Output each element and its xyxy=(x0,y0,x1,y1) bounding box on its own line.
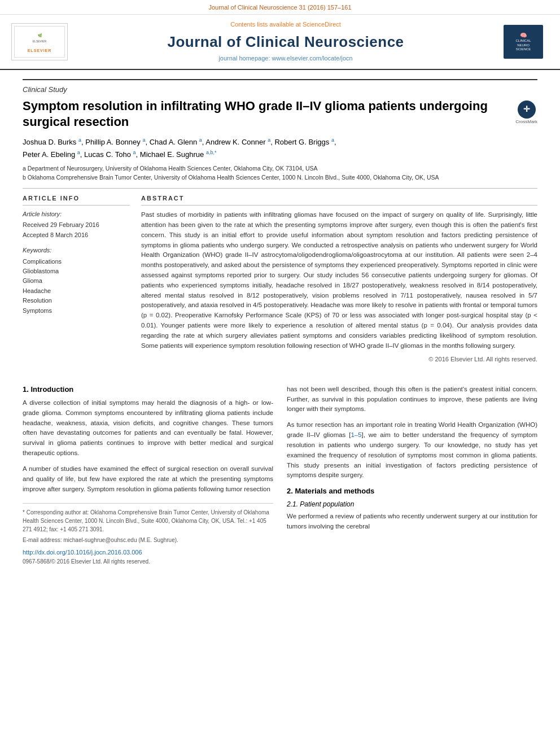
article-affiliations: a Department of Neurosurgery, University… xyxy=(23,164,537,182)
keyword-resolution: Resolution xyxy=(23,296,130,305)
doi-line: http://dx.doi.org/10.1016/j.jocn.2016.03… xyxy=(23,548,273,557)
crossmark-area: ✛ CrossMark xyxy=(515,101,537,125)
elsevier-logo: 🌿 ELSEVIER ELSEVIER xyxy=(11,23,68,60)
abstract-text: Past studies of morbidity in patients wi… xyxy=(141,210,537,351)
section2-text: We performed a review of patients who re… xyxy=(287,512,537,532)
section1-p4: As tumor resection has an important role… xyxy=(287,420,537,480)
article-info-column: ARTICLE INFO Article history: Received 2… xyxy=(23,194,130,364)
section1-p2: A number of studies have examined the ef… xyxy=(23,464,273,494)
keywords-label: Keywords: xyxy=(23,246,130,255)
keyword-complications: Complications xyxy=(23,257,130,266)
article-received: Received 29 February 2016 xyxy=(23,221,130,229)
elsevier-emblem-icon: 🌿 ELSEVIER xyxy=(23,30,56,47)
journal-top-bar: Journal of Clinical Neuroscience 31 (201… xyxy=(0,0,560,15)
article-section-label: Clinical Study xyxy=(23,79,537,95)
journal-header: 🌿 ELSEVIER ELSEVIER Contents lists avail… xyxy=(0,15,560,69)
journal-homepage: journal homepage: www.elsevier.com/locat… xyxy=(68,54,504,63)
issn-line: 0967-5868/© 2016 Elsevier Ltd. All right… xyxy=(23,557,273,566)
section2-heading: 2. Materials and methods xyxy=(287,486,537,496)
crossmark-label: CrossMark xyxy=(515,119,537,125)
keyword-symptoms: Symptoms xyxy=(23,307,130,315)
keyword-glioma: Glioma xyxy=(23,277,130,285)
keywords-section: Keywords: Complications Glioblastoma Gli… xyxy=(23,246,130,315)
article-accepted: Accepted 8 March 2016 xyxy=(23,231,130,239)
sciencedirect-info: Contents lists available at ScienceDirec… xyxy=(68,20,504,29)
elsevier-text: ELSEVIER xyxy=(17,48,62,54)
svg-rect-0 xyxy=(23,30,56,47)
section1-p1: A diverse collection of initial symptoms… xyxy=(23,398,273,458)
divider xyxy=(23,188,537,189)
article-title-area: Symptom resolution in infiltrating WHO g… xyxy=(23,98,537,136)
article-info-abstract: ARTICLE INFO Article history: Received 2… xyxy=(23,194,537,364)
journal-logo-icon: 🧠 CLINICAL NEURO SCIENCE xyxy=(504,25,543,59)
corresponding-note: * Corresponding author at: Oklahoma Comp… xyxy=(23,508,273,534)
keyword-headache: Headache xyxy=(23,287,130,295)
article-info-heading: ARTICLE INFO xyxy=(23,194,130,206)
journal-title: Journal of Clinical Neuroscience xyxy=(68,32,504,52)
body-columns: 1. Introduction A diverse collection of … xyxy=(23,385,537,566)
abstract-heading: ABSTRACT xyxy=(141,194,537,206)
footnote-area: * Corresponding author at: Oklahoma Comp… xyxy=(23,503,273,566)
keyword-glioblastoma: Glioblastoma xyxy=(23,267,130,276)
body-right-column: has not been well described, though this… xyxy=(287,385,537,566)
article-title: Symptom resolution in infiltrating WHO g… xyxy=(23,98,510,130)
body-left-column: 1. Introduction A diverse collection of … xyxy=(23,385,273,566)
email-line: E-mail address: michael-sughrue@ouhsc.ed… xyxy=(23,536,273,544)
affiliation-a: a Department of Neurosurgery, University… xyxy=(23,164,537,173)
svg-text:🌿: 🌿 xyxy=(38,33,42,38)
section2-subheading: 2.1. Patient population xyxy=(287,500,537,509)
crossmark-icon: ✛ xyxy=(518,101,536,119)
article-content-area: Clinical Study Symptom resolution in inf… xyxy=(0,70,560,373)
section1-p3: has not been well described, though this… xyxy=(287,385,537,414)
article-authors: Joshua D. Burks a, Phillip A. Bonney a, … xyxy=(23,136,537,161)
journal-logo-right: 🧠 CLINICAL NEURO SCIENCE xyxy=(504,25,549,59)
affiliation-b: b Oklahoma Comprehensive Brain Tumor Cen… xyxy=(23,173,537,182)
article-history-label: Article history: xyxy=(23,210,130,219)
copyright-line: © 2016 Elsevier Ltd. All rights reserved… xyxy=(141,355,537,364)
svg-text:ELSEVIER: ELSEVIER xyxy=(33,40,47,43)
journal-issue-info: Journal of Clinical Neuroscience 31 (201… xyxy=(208,4,351,11)
section1-heading: 1. Introduction xyxy=(23,385,273,395)
journal-title-area: Contents lists available at ScienceDirec… xyxy=(68,20,504,63)
main-body: 1. Introduction A diverse collection of … xyxy=(0,373,560,577)
abstract-column: ABSTRACT Past studies of morbidity in pa… xyxy=(141,194,537,364)
doi-link[interactable]: http://dx.doi.org/10.1016/j.jocn.2016.03… xyxy=(23,549,142,556)
